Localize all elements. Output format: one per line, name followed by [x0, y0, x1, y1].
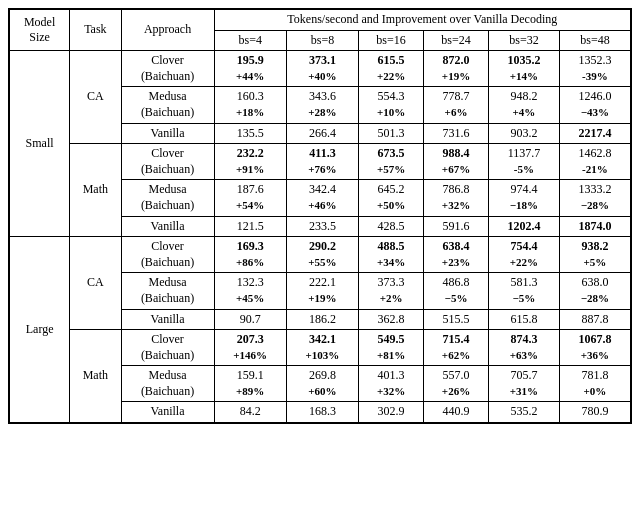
tokens-header: Tokens/second and Improvement over Vanil… [214, 10, 630, 31]
bs24-cell: 988.4+67% [424, 144, 489, 180]
bs32-cell: 1137.7-5% [488, 144, 559, 180]
bs48-cell: 1246.0−43% [559, 87, 630, 123]
task-cell: Math [70, 330, 121, 423]
bs16-cell: 554.3+10% [359, 87, 424, 123]
bs32-header: bs=32 [488, 30, 559, 51]
bs24-cell: 486.8−5% [424, 273, 489, 309]
bs24-cell: 786.8+32% [424, 180, 489, 216]
bs16-cell: 645.2+50% [359, 180, 424, 216]
bs4-cell: 195.9+44% [214, 51, 286, 87]
bs8-header: bs=8 [286, 30, 358, 51]
approach-cell: Vanilla [121, 123, 214, 144]
bs16-cell: 615.5+22% [359, 51, 424, 87]
bs24-cell: 515.5 [424, 309, 489, 330]
approach-cell: Clover(Baichuan) [121, 330, 214, 366]
bs48-cell: 938.2+5% [559, 237, 630, 273]
bs8-cell: 186.2 [286, 309, 358, 330]
approach-header: Approach [121, 10, 214, 51]
bs8-cell: 343.6+28% [286, 87, 358, 123]
approach-cell: Medusa(Baichuan) [121, 180, 214, 216]
bs48-cell: 1352.3-39% [559, 51, 630, 87]
approach-cell: Vanilla [121, 309, 214, 330]
bs4-cell: 232.2+91% [214, 144, 286, 180]
bs16-cell: 362.8 [359, 309, 424, 330]
table-body: SmallCAClover(Baichuan)195.9+44%373.1+40… [10, 51, 631, 423]
bs32-cell: 874.3+63% [488, 330, 559, 366]
bs16-cell: 549.5+81% [359, 330, 424, 366]
bs8-cell: 222.1+19% [286, 273, 358, 309]
bs48-cell: 1333.2−28% [559, 180, 630, 216]
bs24-header: bs=24 [424, 30, 489, 51]
bs8-cell: 290.2+55% [286, 237, 358, 273]
bs16-cell: 373.3+2% [359, 273, 424, 309]
bs4-cell: 132.3+45% [214, 273, 286, 309]
bs4-cell: 121.5 [214, 216, 286, 237]
approach-cell: Medusa(Baichuan) [121, 87, 214, 123]
task-cell: Math [70, 144, 121, 237]
task-header: Task [70, 10, 121, 51]
bs8-cell: 373.1+40% [286, 51, 358, 87]
bs48-cell: 638.0−28% [559, 273, 630, 309]
model-size-cell: Small [10, 51, 70, 237]
bs48-cell: 1462.8-21% [559, 144, 630, 180]
bs24-cell: 715.4+62% [424, 330, 489, 366]
approach-cell: Vanilla [121, 402, 214, 423]
main-table-wrapper: ModelSize Task Approach Tokens/second an… [8, 8, 632, 424]
bs4-cell: 90.7 [214, 309, 286, 330]
approach-cell: Clover(Baichuan) [121, 144, 214, 180]
bs8-cell: 266.4 [286, 123, 358, 144]
bs4-cell: 159.1+89% [214, 366, 286, 402]
bs4-cell: 169.3+86% [214, 237, 286, 273]
bs32-cell: 754.4+22% [488, 237, 559, 273]
bs24-cell: 557.0+26% [424, 366, 489, 402]
approach-cell: Medusa(Baichuan) [121, 273, 214, 309]
bs48-cell: 780.9 [559, 402, 630, 423]
bs48-cell: 1067.8+36% [559, 330, 630, 366]
bs48-cell: 1874.0 [559, 216, 630, 237]
model-size-header: ModelSize [10, 10, 70, 51]
bs32-cell: 535.2 [488, 402, 559, 423]
bs8-cell: 269.8+60% [286, 366, 358, 402]
bs24-cell: 638.4+23% [424, 237, 489, 273]
bs48-cell: 887.8 [559, 309, 630, 330]
bs32-cell: 1035.2+14% [488, 51, 559, 87]
bs16-cell: 501.3 [359, 123, 424, 144]
task-cell: CA [70, 51, 121, 144]
table-row: MathClover(Baichuan)232.2+91%411.3+76%67… [10, 144, 631, 180]
bs16-cell: 673.5+57% [359, 144, 424, 180]
table-row: SmallCAClover(Baichuan)195.9+44%373.1+40… [10, 51, 631, 87]
bs32-cell: 974.4−18% [488, 180, 559, 216]
bs48-header: bs=48 [559, 30, 630, 51]
bs24-cell: 778.7+6% [424, 87, 489, 123]
bs24-cell: 591.6 [424, 216, 489, 237]
table-row: LargeCAClover(Baichuan)169.3+86%290.2+55… [10, 237, 631, 273]
bs32-cell: 705.7+31% [488, 366, 559, 402]
bs4-cell: 160.3+18% [214, 87, 286, 123]
bs8-cell: 411.3+76% [286, 144, 358, 180]
header-row-1: ModelSize Task Approach Tokens/second an… [10, 10, 631, 31]
bs32-cell: 948.2+4% [488, 87, 559, 123]
approach-cell: Clover(Baichuan) [121, 51, 214, 87]
bs32-cell: 1202.4 [488, 216, 559, 237]
bs4-cell: 187.6+54% [214, 180, 286, 216]
task-cell: CA [70, 237, 121, 330]
approach-cell: Vanilla [121, 216, 214, 237]
bs4-cell: 135.5 [214, 123, 286, 144]
bs16-cell: 302.9 [359, 402, 424, 423]
bs32-cell: 903.2 [488, 123, 559, 144]
bs4-header: bs=4 [214, 30, 286, 51]
bs24-cell: 872.0+19% [424, 51, 489, 87]
bs8-cell: 168.3 [286, 402, 358, 423]
bs16-cell: 401.3+32% [359, 366, 424, 402]
bs8-cell: 233.5 [286, 216, 358, 237]
bs16-cell: 488.5+34% [359, 237, 424, 273]
bs16-header: bs=16 [359, 30, 424, 51]
bs4-cell: 84.2 [214, 402, 286, 423]
model-size-cell: Large [10, 237, 70, 423]
bs24-cell: 440.9 [424, 402, 489, 423]
bs48-cell: 781.8+0% [559, 366, 630, 402]
bs32-cell: 615.8 [488, 309, 559, 330]
table-row: MathClover(Baichuan)207.3+146%342.1+103%… [10, 330, 631, 366]
approach-cell: Medusa(Baichuan) [121, 366, 214, 402]
results-table: ModelSize Task Approach Tokens/second an… [9, 9, 631, 423]
